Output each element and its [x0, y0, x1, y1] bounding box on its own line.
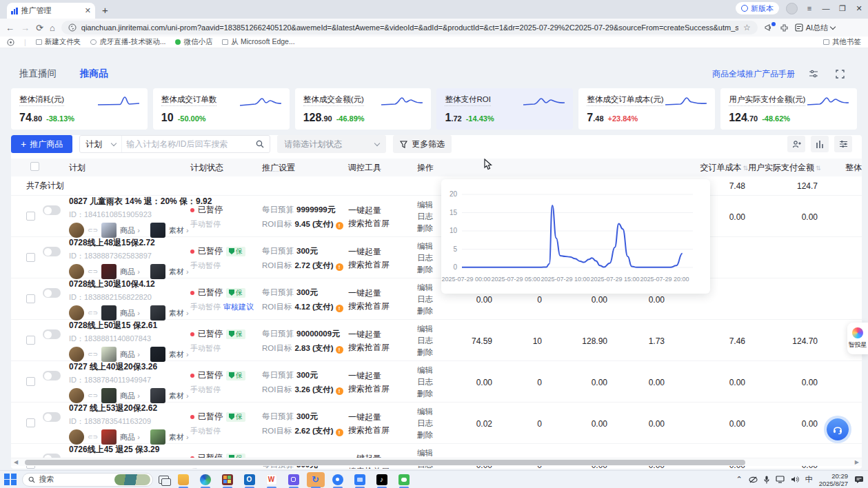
taskbar-wps-icon[interactable]: W	[263, 472, 281, 487]
adjust-settings-icon[interactable]	[806, 68, 821, 80]
log-link[interactable]: 日志	[417, 294, 457, 305]
tray-expand-icon[interactable]: ⌃	[736, 475, 743, 484]
search-icon[interactable]	[250, 140, 270, 148]
taskbar-douyin-icon[interactable]: ♪	[373, 472, 391, 487]
log-link[interactable]: 日志	[417, 418, 457, 429]
taskbar-green-chat-app-icon[interactable]	[395, 472, 413, 487]
edit-link[interactable]: 编辑	[417, 323, 457, 335]
metric-card[interactable]: 整体成交金额(元)128.90-46.89%	[295, 88, 432, 130]
product-thumbnail[interactable]	[101, 264, 117, 279]
delete-link[interactable]: 删除	[417, 305, 457, 317]
product-link[interactable]: 商品 ›	[120, 391, 140, 401]
plan-toggle[interactable]	[43, 247, 61, 256]
material-link[interactable]: 素材 ›	[169, 308, 189, 318]
product-link[interactable]: 商品 ›	[120, 225, 140, 236]
header-order-cost[interactable]: 交订单成本⇅	[667, 162, 748, 174]
material-thumbnail[interactable]	[150, 264, 165, 279]
row-checkbox[interactable]	[26, 377, 35, 386]
material-link[interactable]: 素材 ›	[169, 225, 189, 236]
product-link[interactable]: 商品 ›	[120, 349, 140, 360]
metric-card[interactable]: 整体成交订单成本(元)7.48+23.84%	[578, 88, 715, 130]
plan-title[interactable]: 0727 线上53退20保2.62	[69, 403, 189, 414]
bookmark-item[interactable]: 微信小店	[175, 37, 212, 47]
tab-goods[interactable]: 推商品	[80, 68, 108, 80]
taskbar-file-explorer-icon[interactable]	[174, 472, 192, 487]
plan-title[interactable]: 0728线上50退15 保2.61	[69, 320, 189, 332]
plan-toggle[interactable]	[43, 288, 61, 298]
edit-link[interactable]: 编辑	[417, 406, 457, 418]
search-top-screen-link[interactable]: 搜索抢首屏	[348, 258, 417, 272]
bookmark-star-icon[interactable]: ☆	[743, 23, 751, 32]
volume-icon[interactable]	[791, 476, 799, 483]
network-icon[interactable]	[776, 476, 785, 483]
taskbar-store-icon[interactable]	[219, 472, 236, 487]
taskbar-outlook-icon[interactable]: O	[241, 472, 259, 487]
material-thumbnail[interactable]	[150, 305, 165, 321]
extension-megaphone-icon[interactable]	[764, 23, 774, 32]
roi-warning-icon[interactable]: !	[336, 429, 343, 436]
touchpad-off-icon[interactable]	[749, 476, 758, 483]
chart-columns-icon[interactable]	[811, 136, 829, 152]
material-thumbnail[interactable]	[150, 429, 165, 445]
search-top-screen-link[interactable]: 搜索抢首屏	[348, 341, 417, 354]
product-thumbnail[interactable]	[101, 305, 117, 321]
product-thumbnail[interactable]	[101, 223, 117, 238]
extensions-icon[interactable]	[780, 23, 789, 32]
product-link[interactable]: 商品 ›	[120, 267, 140, 277]
metric-card[interactable]: 整体成交订单数10-50.00%	[153, 88, 290, 130]
material-link[interactable]: 素材 ›	[169, 432, 189, 443]
plan-toggle[interactable]	[43, 412, 61, 422]
plan-toggle[interactable]	[43, 371, 61, 380]
bookmark-item[interactable]: 虎牙直播-技术驱动...	[90, 37, 165, 47]
scrollbar-thumb[interactable]	[25, 460, 745, 465]
row-checkbox[interactable]	[26, 294, 35, 303]
taskbar-purple-app-icon[interactable]	[285, 472, 303, 487]
home-icon[interactable]: ⌂	[50, 23, 55, 33]
bookmark-item[interactable]: 从 Microsoft Edge...	[222, 37, 294, 47]
material-link[interactable]: 素材 ›	[169, 391, 189, 401]
window-close-button[interactable]: ✕	[854, 4, 864, 13]
ai-summary-button[interactable]: AI总结	[795, 23, 835, 33]
browser-tab[interactable]: 推广管理 ✕	[7, 3, 95, 19]
plan-title[interactable]: 0728线上48退15保2.72	[69, 237, 189, 249]
fullscreen-icon[interactable]	[832, 68, 847, 80]
other-bookmarks-button[interactable]: 其他书签	[823, 37, 861, 47]
scroll-right-arrow[interactable]: ▶	[855, 459, 859, 465]
material-thumbnail[interactable]	[150, 388, 165, 403]
taskbar-search-box[interactable]: 搜索	[22, 473, 153, 487]
product-thumbnail[interactable]	[101, 388, 117, 403]
taskbar-remote-app-icon[interactable]	[351, 472, 369, 487]
customer-service-button[interactable]	[827, 418, 849, 440]
search-top-screen-link[interactable]: 搜索抢首屏	[348, 300, 417, 313]
row-checkbox[interactable]	[26, 253, 35, 262]
product-thumbnail[interactable]	[101, 429, 117, 445]
site-info-icon[interactable]	[68, 23, 77, 32]
url-field[interactable]: qianchuan.jinritemai.com/uni-prom?aavid=…	[61, 21, 758, 34]
material-link[interactable]: 素材 ›	[169, 349, 189, 360]
one-key-boost-link[interactable]: 一键起量	[348, 287, 417, 300]
edit-link[interactable]: 编辑	[417, 365, 457, 376]
material-thumbnail[interactable]	[150, 223, 165, 238]
row-checkbox[interactable]	[26, 212, 35, 221]
scroll-left-arrow[interactable]: ◀	[14, 459, 18, 465]
horizontal-scrollbar[interactable]: ◀ ▶	[11, 458, 862, 466]
taskbar-clock[interactable]: 20:29 2025/8/27	[819, 472, 848, 487]
plan-type-select[interactable]: 计划	[80, 136, 122, 152]
plan-title[interactable]: 0728线上30退10保4.12	[69, 278, 189, 290]
start-button[interactable]	[4, 474, 17, 486]
forward-icon[interactable]: →	[21, 23, 30, 33]
side-panel-icon[interactable]	[7, 39, 14, 46]
one-key-boost-link[interactable]: 一键起量	[348, 204, 417, 217]
plan-title[interactable]: 0727 线上40退20保3.26	[69, 361, 189, 373]
material-thumbnail[interactable]	[150, 347, 165, 362]
material-link[interactable]: 素材 ›	[169, 267, 189, 277]
one-key-boost-link[interactable]: 一键起量	[348, 328, 417, 341]
product-manual-link[interactable]: 商品全域推广产品手册	[712, 68, 795, 80]
window-restore-button[interactable]: ❐	[838, 4, 847, 13]
new-tab-button[interactable]: +	[102, 4, 108, 16]
notification-center-icon[interactable]	[854, 476, 864, 484]
row-checkbox[interactable]	[26, 418, 35, 427]
plan-title[interactable]: 0726线上45 退25 保3.29	[69, 444, 189, 456]
product-link[interactable]: 商品 ›	[120, 308, 140, 318]
bookmark-item[interactable]: 新建文件夹	[36, 37, 81, 47]
